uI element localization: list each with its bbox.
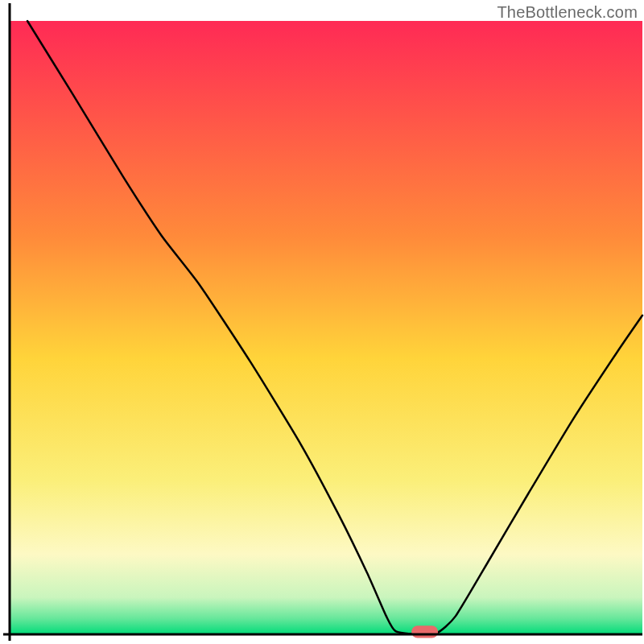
- optimal-marker: [411, 625, 438, 638]
- chart-svg: [0, 0, 644, 644]
- plot-background: [10, 21, 642, 634]
- bottleneck-chart: TheBottleneck.com: [0, 0, 644, 644]
- watermark-label: TheBottleneck.com: [497, 3, 638, 22]
